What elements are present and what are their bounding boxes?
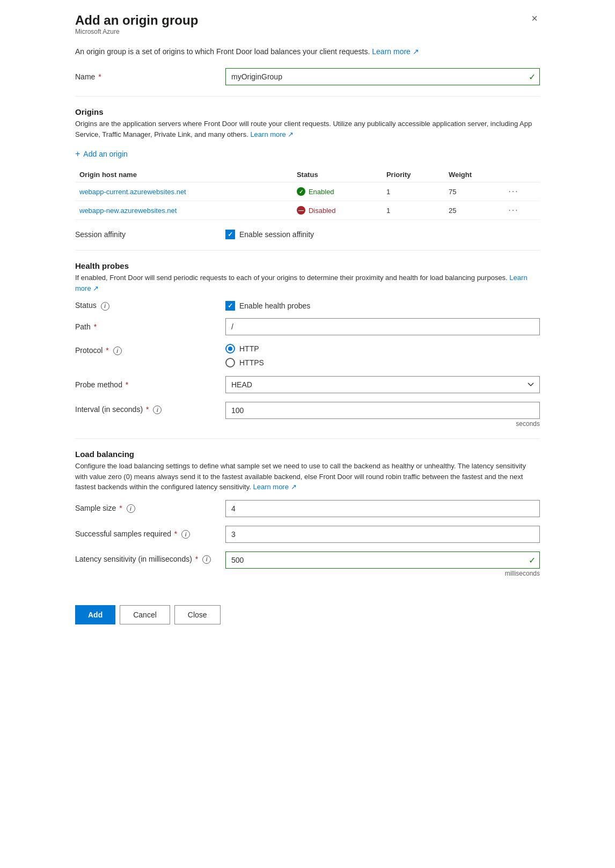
successful-samples-control [225, 526, 540, 543]
session-affinity-label: Session affinity [75, 230, 225, 239]
sample-size-row: Sample size * i [75, 500, 540, 517]
footer-buttons: Add Cancel Close [75, 594, 540, 624]
health-status-label: Status i [75, 301, 225, 310]
enabled-status-icon [297, 187, 305, 196]
path-input[interactable] [225, 318, 540, 335]
interval-label: Interval (in seconds) * i [75, 402, 225, 414]
origin-actions-2[interactable]: ··· [504, 201, 540, 220]
name-required-star: * [96, 72, 101, 81]
latency-input[interactable] [225, 551, 540, 569]
name-input-wrapper: ✓ [225, 68, 540, 85]
probe-method-control: HEAD GET [225, 376, 540, 393]
load-balancing-external-link-icon: ↗ [291, 483, 297, 491]
origins-title: Origins [75, 107, 540, 116]
latency-control validated-input-wrapper: ✓ milliseconds [225, 551, 540, 577]
origins-table: Origin host name Status Priority Weight … [75, 167, 540, 220]
probe-method-label: Probe method * [75, 380, 225, 389]
interval-input[interactable] [225, 402, 540, 419]
probe-method-select[interactable]: HEAD GET [225, 376, 540, 393]
latency-valid-icon: ✓ [529, 555, 536, 565]
protocol-info-icon: i [113, 347, 122, 355]
sample-size-label: Sample size * i [75, 504, 225, 513]
protocol-https-option[interactable]: HTTPS [225, 358, 540, 367]
session-affinity-checkbox[interactable] [225, 230, 235, 239]
origin-host-1[interactable]: webapp-current.azurewebsites.net [75, 182, 292, 201]
load-balancing-learn-more-link[interactable]: Learn more ↗ [253, 483, 296, 491]
origin-ellipsis-btn-1[interactable]: ··· [508, 187, 518, 196]
origins-external-link-icon: ↗ [288, 130, 294, 138]
description-learn-more-link[interactable]: Learn more ↗ [372, 47, 419, 56]
successful-samples-info-icon: i [181, 530, 190, 539]
health-probes-title: Health probes [75, 261, 540, 270]
status-text-enabled: Enabled [309, 188, 334, 196]
successful-samples-row: Successful samples required * i [75, 526, 540, 543]
seconds-suffix: seconds [225, 420, 540, 428]
disabled-status-icon [297, 206, 305, 215]
load-balancing-section: Load balancing Configure the load balanc… [75, 450, 540, 577]
sample-size-input[interactable] [225, 500, 540, 517]
name-label: Name * [75, 72, 225, 81]
health-probes-checkbox[interactable] [225, 301, 235, 311]
health-probes-checkbox-label: Enable health probes [239, 301, 310, 310]
name-valid-icon: ✓ [529, 72, 536, 82]
latency-row: Latency sensitivity (in milliseconds) * … [75, 551, 540, 577]
path-row: Path * [75, 318, 540, 335]
origin-status-1: Enabled [292, 182, 382, 201]
origin-weight-2: 25 [444, 201, 504, 220]
probe-method-row: Probe method * HEAD GET [75, 376, 540, 393]
protocol-row: Protocol * i HTTP HTTPS [75, 344, 540, 367]
protocol-radio-group: HTTP HTTPS [225, 344, 540, 367]
session-affinity-checkbox-label: Enable session affinity [239, 230, 314, 239]
protocol-control: HTTP HTTPS [225, 344, 540, 367]
col-header-priority: Priority [382, 167, 444, 182]
origins-description: Origins are the application servers wher… [75, 119, 540, 139]
protocol-http-option[interactable]: HTTP [225, 344, 540, 354]
col-header-status: Status [292, 167, 382, 182]
http-label: HTTP [239, 344, 259, 353]
latency-label: Latency sensitivity (in milliseconds) * … [75, 551, 225, 564]
https-label: HTTPS [239, 358, 264, 367]
http-radio[interactable] [225, 344, 235, 354]
add-button[interactable]: Add [75, 605, 115, 624]
session-affinity-control: Enable session affinity [225, 230, 540, 239]
health-probes-external-link-icon: ↗ [93, 284, 99, 292]
origins-learn-more-link[interactable]: Learn more ↗ [250, 130, 294, 138]
origin-host-link-1[interactable]: webapp-current.azurewebsites.net [79, 188, 186, 196]
successful-samples-label: Successful samples required * i [75, 529, 225, 539]
sample-size-control [225, 500, 540, 517]
path-label: Path * [75, 322, 225, 331]
plus-icon: + [75, 149, 80, 159]
col-header-host: Origin host name [75, 167, 292, 182]
origin-status-2: Disabled [292, 201, 382, 220]
origins-section: Origins Origins are the application serv… [75, 107, 540, 220]
origin-actions-1[interactable]: ··· [504, 182, 540, 201]
https-radio[interactable] [225, 358, 235, 367]
panel-description: An origin group is a set of origins to w… [75, 46, 540, 57]
protocol-label: Protocol * i [75, 344, 225, 355]
name-input[interactable] [225, 68, 540, 85]
close-button[interactable]: Close [174, 605, 221, 624]
successful-samples-input[interactable] [225, 526, 540, 543]
origin-weight-1: 75 [444, 182, 504, 201]
cancel-button[interactable]: Cancel [120, 605, 170, 624]
health-probes-description: If enabled, Front Door will send periodi… [75, 273, 540, 293]
health-status-row: Status i Enable health probes [75, 301, 540, 311]
origin-host-2[interactable]: webapp-new.azurewebsites.net [75, 201, 292, 220]
origin-ellipsis-btn-2[interactable]: ··· [508, 205, 518, 215]
panel-title: Add an origin group [75, 13, 198, 28]
name-field-row: Name * ✓ [75, 68, 540, 85]
milliseconds-suffix: milliseconds [225, 570, 540, 577]
status-text-disabled: Disabled [309, 207, 336, 215]
col-header-weight: Weight [444, 167, 504, 182]
external-link-icon: ↗ [413, 47, 419, 56]
close-icon[interactable]: × [529, 13, 540, 24]
interval-info-icon: i [153, 406, 162, 414]
origin-priority-2: 1 [382, 201, 444, 220]
col-header-actions [504, 167, 540, 182]
load-balancing-description: Configure the load balancing settings to… [75, 461, 540, 492]
sample-size-info-icon: i [127, 504, 135, 513]
health-status-control: Enable health probes [225, 301, 540, 311]
origin-host-link-2[interactable]: webapp-new.azurewebsites.net [79, 207, 177, 215]
health-probes-section: Health probes If enabled, Front Door wil… [75, 261, 540, 428]
add-origin-button[interactable]: + Add an origin [75, 147, 128, 161]
